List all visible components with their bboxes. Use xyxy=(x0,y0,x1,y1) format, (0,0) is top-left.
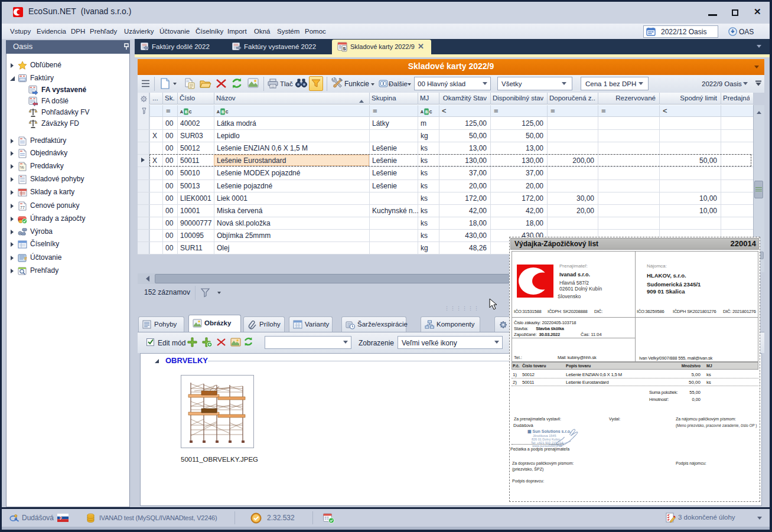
svg-text:C: C xyxy=(429,109,432,115)
svg-text:S: S xyxy=(343,46,346,51)
svg-text:B: B xyxy=(425,109,428,115)
svg-text:A: A xyxy=(180,109,183,115)
svg-text:%: % xyxy=(19,165,24,170)
svg-text:A: A xyxy=(421,109,424,115)
svg-text:B: B xyxy=(185,109,188,115)
svg-text:A: A xyxy=(217,109,220,115)
svg-text:#: # xyxy=(24,256,27,262)
svg-text:77: 77 xyxy=(20,205,25,210)
svg-text:C: C xyxy=(189,109,192,115)
svg-text:C: C xyxy=(226,109,229,115)
svg-text:B: B xyxy=(221,109,224,115)
